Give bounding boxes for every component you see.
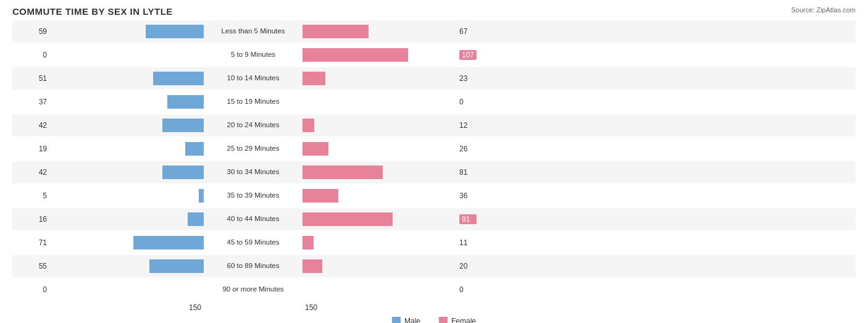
row-label: 40 to 44 Minutes [204, 215, 303, 224]
female-value: 67 [459, 27, 477, 36]
male-legend-label: Male [404, 317, 420, 323]
male-value: 55 [30, 262, 47, 271]
male-bar-container [49, 142, 204, 156]
male-value: 51 [30, 74, 47, 83]
axis-right-label: 150 [303, 303, 494, 312]
right-section: 0 [303, 95, 494, 109]
female-value: 23 [459, 74, 477, 83]
left-section: 42 [12, 166, 204, 179]
female-value: 26 [459, 145, 477, 153]
female-bar [303, 166, 383, 179]
female-bar [303, 212, 393, 226]
legend-female: Female [439, 317, 476, 323]
row-label: 5 to 9 Minutes [204, 51, 303, 59]
male-bar-container [49, 25, 204, 38]
male-value: 0 [30, 51, 47, 59]
female-bar-container [303, 212, 457, 226]
female-legend-box [439, 317, 448, 323]
female-bar-container [303, 119, 457, 132]
chart-row: 42 30 to 34 Minutes 81 [12, 161, 856, 183]
female-bar-container [303, 166, 457, 179]
left-section: 71 [12, 236, 204, 250]
female-value: 11 [459, 238, 477, 247]
right-section: 20 [303, 259, 494, 273]
right-section: 26 [303, 142, 494, 156]
right-section: 67 [303, 25, 494, 38]
male-bar-container [49, 72, 204, 85]
male-value: 19 [30, 145, 47, 153]
legend: Male Female [12, 317, 856, 323]
female-bar-container [303, 142, 457, 156]
female-bar-container [303, 189, 457, 203]
row-label: 30 to 34 Minutes [204, 168, 303, 177]
chart-row: 51 10 to 14 Minutes 23 [12, 67, 856, 90]
chart-row: 71 45 to 59 Minutes 11 [12, 232, 856, 254]
row-label: 90 or more Minutes [204, 285, 303, 294]
female-value: 0 [459, 98, 477, 106]
male-bar [199, 189, 204, 203]
left-section: 0 [12, 283, 204, 296]
row-label: 10 to 14 Minutes [204, 74, 303, 83]
chart-title: COMMUTE TIME BY SEX IN LYTLE [12, 6, 173, 17]
male-value: 0 [30, 285, 47, 294]
male-bar-container [49, 283, 204, 296]
right-section: 107 [303, 48, 494, 62]
female-bar-container [303, 283, 457, 296]
chart-row: 16 40 to 44 Minutes 91 [12, 208, 856, 230]
chart-area: 59 Less than 5 Minutes 67 0 5 to 9 Minut… [12, 20, 856, 301]
left-section: 42 [12, 119, 204, 132]
axis-row: 150 150 [12, 303, 856, 312]
male-bar [162, 119, 204, 132]
female-bar-container [303, 25, 457, 38]
female-bar-container [303, 48, 457, 62]
row-label: 35 to 39 Minutes [204, 191, 303, 200]
right-section: 91 [303, 212, 494, 226]
chart-row: 0 5 to 9 Minutes 107 [12, 44, 856, 66]
female-bar [303, 142, 328, 156]
legend-male: Male [392, 317, 420, 323]
male-value: 37 [30, 98, 47, 106]
right-section: 81 [303, 166, 494, 179]
right-section: 12 [303, 119, 494, 132]
row-label: 60 to 89 Minutes [204, 262, 303, 271]
chart-container: COMMUTE TIME BY SEX IN LYTLE Source: Zip… [12, 6, 856, 323]
male-bar [146, 25, 204, 38]
row-label: 15 to 19 Minutes [204, 98, 303, 106]
row-label: 45 to 59 Minutes [204, 238, 303, 247]
female-bar-container [303, 259, 457, 273]
row-label: 20 to 24 Minutes [204, 121, 303, 130]
chart-row: 19 25 to 29 Minutes 26 [12, 138, 856, 160]
chart-row: 5 35 to 39 Minutes 36 [12, 185, 856, 207]
left-section: 19 [12, 142, 204, 156]
left-section: 0 [12, 48, 204, 62]
male-bar [185, 142, 204, 156]
left-section: 37 [12, 95, 204, 109]
female-value: 20 [459, 262, 477, 271]
male-bar-container [49, 95, 204, 109]
female-bar [303, 259, 322, 273]
right-section: 36 [303, 189, 494, 203]
female-bar [303, 189, 338, 203]
male-value: 42 [30, 121, 47, 130]
male-bar [133, 236, 204, 250]
male-value: 71 [30, 238, 47, 247]
axis-left-label: 150 [12, 303, 204, 312]
left-section: 51 [12, 72, 204, 85]
male-bar [167, 95, 204, 109]
chart-row: 59 Less than 5 Minutes 67 [12, 20, 856, 43]
female-value: 0 [459, 285, 477, 294]
female-value: 81 [459, 168, 477, 177]
male-bar-container [49, 48, 204, 62]
female-bar-container [303, 236, 457, 250]
male-bar [162, 166, 204, 179]
male-bar [188, 212, 204, 226]
male-bar-container [49, 166, 204, 179]
female-bar [303, 48, 408, 62]
male-bar-container [49, 212, 204, 226]
male-bar [153, 72, 204, 85]
female-bar-container [303, 72, 457, 85]
male-bar [149, 259, 204, 273]
male-value: 5 [30, 191, 47, 200]
female-value: 12 [459, 121, 477, 130]
chart-row: 37 15 to 19 Minutes 0 [12, 91, 856, 113]
